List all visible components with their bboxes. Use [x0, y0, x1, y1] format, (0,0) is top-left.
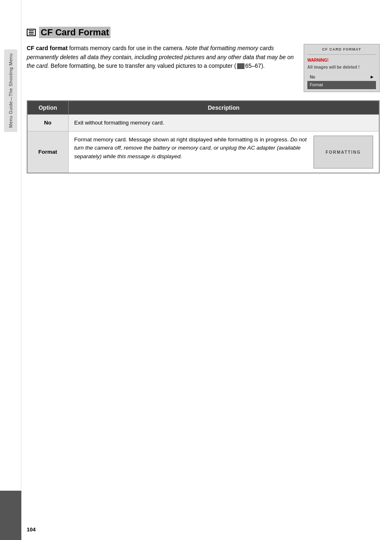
- option-cell-format: Format: [27, 132, 68, 173]
- outro-text: Before formatting, be sure to transfer a…: [49, 62, 236, 69]
- intro-text: formats memory cards for use in the came…: [68, 45, 184, 51]
- sidebar-label: Menu Guide—The Shooting Menu: [8, 53, 13, 128]
- page-number: 104: [27, 526, 36, 533]
- desc-with-image: Format memory card. Message shown at rig…: [74, 136, 374, 168]
- table-row: Format Format memory card. Message shown…: [27, 132, 379, 173]
- page-ref: 65–67).: [245, 62, 265, 69]
- document-icon: [27, 29, 36, 36]
- body-text-left: CF card format formats memory cards for …: [27, 44, 295, 71]
- option-table: Option Description No Exit without forma…: [27, 100, 380, 173]
- body-text: CF card format formats memory cards for …: [27, 44, 380, 92]
- lcd-menu-no: No ▶: [307, 73, 376, 81]
- sidebar-tab: Menu Guide—The Shooting Menu: [4, 49, 17, 132]
- table-row: No Exit without formatting memory card.: [27, 114, 379, 131]
- lcd-warning-text: All images will be deleted !: [307, 64, 376, 71]
- desc-part1: Format memory card. Message shown at rig…: [74, 136, 291, 143]
- lcd-menu-format: Format: [307, 81, 376, 89]
- sidebar: Menu Guide—The Shooting Menu: [0, 0, 21, 540]
- page-title: CF Card Format: [39, 27, 111, 38]
- desc-text-format: Format memory card. Message shown at rig…: [74, 136, 309, 161]
- formatting-lcd: FORMATTING: [314, 136, 373, 168]
- lcd-title: CF CARD FORMAT: [307, 47, 376, 55]
- icon-lines: [29, 30, 34, 35]
- title-area: CF Card Format: [27, 27, 380, 38]
- desc-cell-no: Exit without formatting memory card.: [68, 114, 379, 131]
- col-desc-header: Description: [68, 101, 379, 115]
- main-content: CF Card Format CF card format formats me…: [27, 27, 380, 519]
- lcd-menu-format-label: Format: [310, 82, 323, 88]
- sidebar-bottom-bar: [0, 491, 21, 540]
- bold-term: CF card format: [27, 45, 68, 51]
- option-cell-no: No: [27, 114, 68, 131]
- table-header-row: Option Description: [27, 101, 379, 115]
- icon-line: [29, 34, 34, 35]
- desc-cell-format: Format memory card. Message shown at rig…: [68, 132, 379, 173]
- icon-line: [29, 30, 34, 31]
- lcd-menu-no-label: No: [310, 74, 315, 81]
- col-option-header: Option: [27, 101, 68, 115]
- lcd-warning-label: WARNING!: [307, 57, 376, 64]
- lcd-arrow: ▶: [371, 74, 374, 80]
- formatting-text: FORMATTING: [326, 149, 361, 155]
- book-icon: [237, 63, 244, 69]
- lcd-preview: CF CARD FORMAT WARNING! All images will …: [304, 44, 380, 92]
- icon-line: [29, 32, 34, 33]
